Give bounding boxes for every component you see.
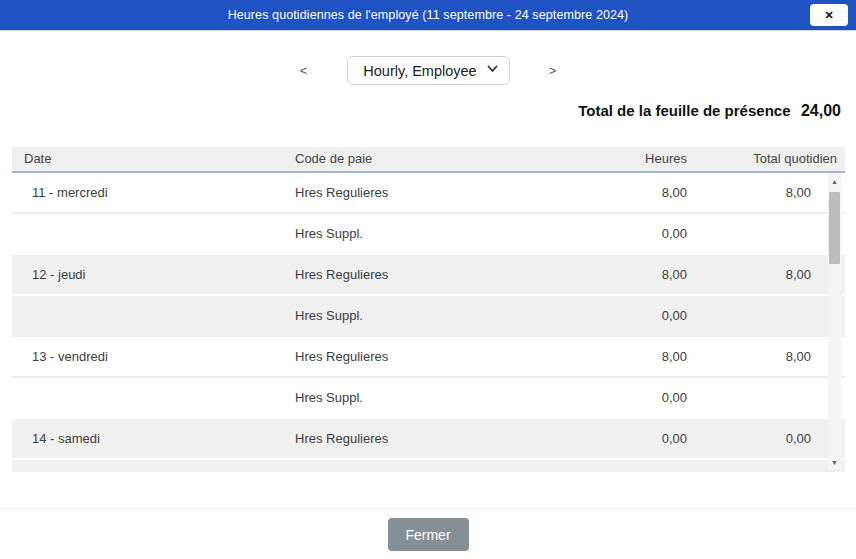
- cell-code: Hres Suppl.: [287, 378, 565, 417]
- cell-date: [12, 378, 287, 417]
- cell-total: [703, 296, 845, 335]
- fermer-button[interactable]: Fermer: [388, 518, 469, 551]
- cell-code: Hres Regulieres: [287, 337, 565, 376]
- timesheet-total-label: Total de la feuille de présence: [578, 102, 790, 119]
- cell-total: 8,00: [703, 173, 845, 212]
- table-header: Date Code de paie Heures Total quotidien: [12, 147, 845, 173]
- cell-heures: 0,00: [565, 419, 703, 458]
- cell-total: 0,00: [703, 419, 845, 458]
- scroll-down-icon[interactable]: ▼: [828, 456, 841, 470]
- cell-heures: 0,00: [565, 296, 703, 335]
- cell-code: Hres Suppl.: [287, 296, 565, 335]
- employee-nav: < Hourly, Employee >: [0, 56, 856, 85]
- cell-heures: 0,00: [565, 460, 703, 472]
- table-scrollbar[interactable]: ▲ ▼: [828, 173, 841, 470]
- cell-total: [703, 460, 845, 472]
- close-icon: ✕: [824, 9, 833, 22]
- cell-heures: 8,00: [565, 337, 703, 376]
- timesheet-total-value: 24,00: [801, 102, 841, 119]
- next-employee-button[interactable]: >: [546, 63, 560, 78]
- daily-hours-table: Date Code de paie Heures Total quotidien…: [12, 147, 845, 472]
- modal-footer: Fermer: [0, 508, 856, 551]
- cell-code: Hres Regulieres: [287, 419, 565, 458]
- cell-heures: 0,00: [565, 214, 703, 253]
- cell-date: [12, 214, 287, 253]
- table-row: 13 - vendrediHres Regulieres8,008,00: [12, 337, 845, 378]
- table-row: Hres Suppl.0,00: [12, 214, 845, 255]
- employee-select[interactable]: Hourly, Employee: [347, 56, 510, 85]
- cell-total: [703, 214, 845, 253]
- table-row: Hres Suppl.0,00: [12, 378, 845, 419]
- cell-code: Hres Suppl.: [287, 460, 565, 472]
- scrollbar-thumb[interactable]: [829, 192, 840, 264]
- close-button[interactable]: ✕: [810, 4, 848, 26]
- scroll-up-icon[interactable]: ▲: [828, 175, 841, 189]
- table-row: 14 - samediHres Regulieres0,000,00: [12, 419, 845, 460]
- modal-titlebar: Heures quotidiennes de l'employé (11 sep…: [0, 0, 856, 31]
- previous-employee-button[interactable]: <: [297, 63, 311, 78]
- cell-date: [12, 296, 287, 335]
- table-row: 11 - mercrediHres Regulieres8,008,00: [12, 173, 845, 214]
- employee-select-wrap: Hourly, Employee: [347, 56, 510, 85]
- cell-date: 14 - samedi: [12, 419, 287, 458]
- cell-date: 13 - vendredi: [12, 337, 287, 376]
- cell-heures: 8,00: [565, 173, 703, 212]
- cell-total: 8,00: [703, 337, 845, 376]
- cell-code: Hres Regulieres: [287, 255, 565, 294]
- table-row: Hres Suppl.0,00: [12, 460, 845, 472]
- cell-total: [703, 378, 845, 417]
- column-header-date: Date: [12, 147, 287, 171]
- column-header-code: Code de paie: [287, 147, 565, 171]
- cell-code: Hres Regulieres: [287, 173, 565, 212]
- cell-heures: 8,00: [565, 255, 703, 294]
- cell-code: Hres Suppl.: [287, 214, 565, 253]
- cell-date: 12 - jeudi: [12, 255, 287, 294]
- table-row: 12 - jeudiHres Regulieres8,008,00: [12, 255, 845, 296]
- table-row: Hres Suppl.0,00: [12, 296, 845, 337]
- cell-date: [12, 460, 287, 472]
- column-header-heures: Heures: [565, 147, 703, 171]
- cell-heures: 0,00: [565, 378, 703, 417]
- cell-total: 8,00: [703, 255, 845, 294]
- modal-title: Heures quotidiennes de l'employé (11 sep…: [228, 8, 629, 22]
- table-body: 11 - mercrediHres Regulieres8,008,00Hres…: [12, 173, 845, 472]
- table-body-viewport: 11 - mercrediHres Regulieres8,008,00Hres…: [12, 173, 845, 472]
- cell-date: 11 - mercredi: [12, 173, 287, 212]
- timesheet-total: Total de la feuille de présence 24,00: [0, 99, 856, 123]
- column-header-total: Total quotidien: [703, 147, 845, 171]
